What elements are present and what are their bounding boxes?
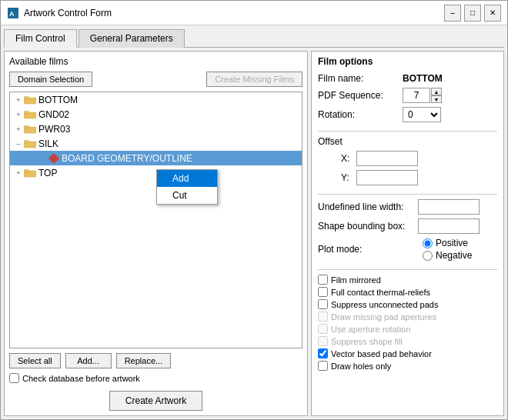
pdf-sequence-down[interactable]: ▼: [431, 95, 442, 103]
suppress-unconnected-checkbox[interactable]: [318, 299, 328, 309]
offset-label-row: Offset: [318, 136, 497, 147]
available-films-label: Available films: [9, 56, 302, 67]
plot-positive-row: Positive: [423, 238, 472, 248]
offset-y-row: Y: 0.0: [341, 170, 497, 185]
film-mirrored-checkbox[interactable]: [318, 275, 328, 285]
context-menu: Add Cut: [156, 169, 218, 205]
film-options-title: Film options: [318, 56, 497, 67]
expander-board: [38, 153, 48, 164]
tree-area[interactable]: + BOTTOM + GND02: [9, 92, 302, 348]
right-panel: Film options Film name: BOTTOM PDF Seque…: [311, 51, 504, 416]
offset-x-row: X: 0.0: [341, 151, 497, 166]
pdf-sequence-spinner-buttons: ▲ ▼: [431, 88, 442, 103]
rotation-row: Rotation: 0 90 180 270: [318, 107, 497, 122]
draw-holes-row: Draw holes only: [318, 361, 497, 371]
svg-text:A: A: [9, 10, 15, 18]
create-missing-films-button[interactable]: Create Missing Films: [206, 72, 302, 87]
tree-node-pwr03[interactable]: + PWR03: [10, 122, 302, 136]
domain-selection-button[interactable]: Domain Selection: [9, 72, 92, 87]
draw-holes-checkbox[interactable]: [318, 361, 328, 371]
main-window: A Artwork Control Form – □ ✕ Film Contro…: [0, 0, 508, 420]
draw-missing-checkbox[interactable]: [318, 312, 328, 322]
svg-rect-5: [24, 112, 28, 114]
folder-icon-bottom: [24, 95, 36, 105]
check-database-checkbox[interactable]: [9, 373, 19, 383]
undefined-line-label: Undefined line width:: [318, 202, 418, 212]
divider-2: [318, 194, 497, 195]
use-aperture-label: Use aperture rotation: [331, 325, 410, 334]
tree-node-gnd02[interactable]: + GND02: [10, 107, 302, 122]
vector-based-label: Vector based pad behavior: [331, 349, 432, 358]
suppress-shape-checkbox[interactable]: [318, 336, 328, 346]
rotation-select[interactable]: 0 90 180 270: [403, 107, 441, 122]
expander-silk: –: [13, 138, 24, 149]
expander-top: +: [13, 168, 24, 178]
shape-bounding-input[interactable]: 100.0: [418, 218, 480, 234]
create-artwork-button[interactable]: Create Artwork: [109, 391, 202, 411]
select-all-button[interactable]: Select all: [9, 353, 61, 368]
expander-gnd02: +: [13, 109, 24, 120]
undefined-line-input[interactable]: 0.0: [418, 199, 480, 215]
plot-positive-radio[interactable]: [423, 238, 433, 248]
pdf-sequence-up[interactable]: ▲: [431, 88, 442, 95]
suppress-unconnected-label: Suppress unconnected pads: [331, 300, 438, 309]
svg-rect-3: [24, 97, 28, 99]
minimize-button[interactable]: –: [444, 5, 461, 22]
shape-bounding-label: Shape bounding box:: [318, 221, 418, 232]
full-contact-label: Full contact thermal-reliefs: [331, 288, 430, 297]
divider-1: [318, 131, 497, 132]
tab-film-control[interactable]: Film Control: [4, 29, 77, 48]
divider-3: [318, 269, 497, 270]
folder-icon-pwr03: [24, 124, 36, 134]
close-button[interactable]: ✕: [484, 5, 501, 22]
film-name-value: BOTTOM: [403, 73, 443, 84]
plot-mode-label: Plot mode:: [318, 244, 418, 255]
suppress-shape-row: Suppress shape fill: [318, 336, 497, 346]
folder-icon-silk: [24, 138, 36, 148]
pdf-sequence-spinner: 7 ▲ ▼: [403, 88, 442, 103]
offset-x-label: X:: [341, 153, 356, 164]
plot-negative-radio[interactable]: [423, 251, 433, 261]
item-icon-board: [48, 152, 59, 163]
pdf-sequence-row: PDF Sequence: 7 ▲ ▼: [318, 88, 497, 103]
expander-pwr03: +: [13, 124, 24, 135]
pdf-sequence-label: PDF Sequence:: [318, 90, 403, 101]
replace-button[interactable]: Replace...: [116, 353, 172, 368]
plot-positive-label: Positive: [436, 238, 468, 248]
check-database-label: Check database before artwork: [22, 374, 140, 383]
plot-mode-radios: Positive Negative: [423, 238, 472, 261]
draw-holes-label: Draw holes only: [331, 362, 391, 371]
folder-icon-top: [24, 168, 36, 178]
suppress-shape-label: Suppress shape fill: [331, 337, 403, 346]
plot-negative-row: Negative: [423, 250, 472, 261]
bottom-controls: Select all Add... Replace...: [9, 353, 302, 368]
window-content: Film Control General Parameters Availabl…: [1, 25, 507, 419]
tree-node-board-geometry[interactable]: BOARD GEOMETRY/OUTLINE: [10, 151, 302, 165]
draw-missing-label: Draw missing pad apertures: [331, 312, 436, 322]
use-aperture-checkbox[interactable]: [318, 324, 328, 334]
full-contact-row: Full contact thermal-reliefs: [318, 287, 497, 297]
add-button[interactable]: Add...: [65, 353, 112, 368]
pdf-sequence-input[interactable]: 7: [403, 88, 430, 103]
tab-general-parameters[interactable]: General Parameters: [79, 29, 185, 48]
offset-label: Offset: [318, 136, 403, 147]
draw-missing-row: Draw missing pad apertures: [318, 312, 497, 322]
vector-based-row: Vector based pad behavior: [318, 348, 497, 358]
context-menu-item-add[interactable]: Add: [157, 170, 217, 187]
offset-x-input[interactable]: 0.0: [356, 151, 418, 166]
domain-row: Domain Selection Create Missing Films: [9, 72, 302, 87]
tree-node-bottom[interactable]: + BOTTOM: [10, 92, 302, 107]
expander-bottom: +: [13, 95, 24, 105]
film-name-row: Film name: BOTTOM: [318, 73, 497, 84]
rotation-label: Rotation:: [318, 109, 403, 120]
main-area: Available films Domain Selection Create …: [4, 51, 504, 416]
suppress-unconnected-row: Suppress unconnected pads: [318, 299, 497, 309]
full-contact-checkbox[interactable]: [318, 287, 328, 297]
vector-based-checkbox[interactable]: [318, 348, 328, 358]
context-menu-item-cut[interactable]: Cut: [157, 187, 217, 204]
tree-node-silk[interactable]: – SILK: [10, 136, 302, 151]
maximize-button[interactable]: □: [464, 5, 481, 22]
offset-y-input[interactable]: 0.0: [356, 170, 418, 185]
window-title: Artwork Control Form: [24, 8, 444, 18]
film-mirrored-label: Film mirrored: [331, 275, 381, 285]
